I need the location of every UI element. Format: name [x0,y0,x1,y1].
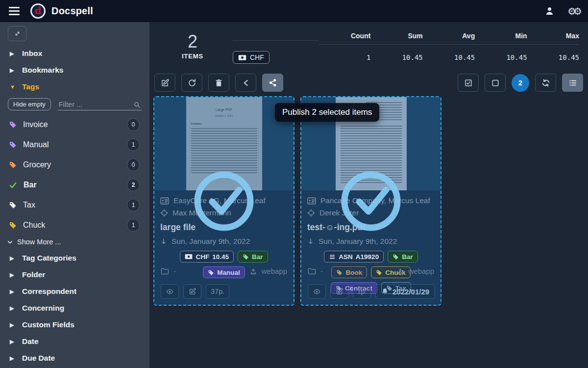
tag-icon [392,254,399,260]
list-icon [568,79,577,87]
docspell-logo: d [30,3,46,19]
amount-currency: CHF [196,253,209,261]
arrows-rotate-icon [541,79,550,87]
tag-item-invoice[interactable]: Invoice 0 [0,115,149,134]
item-card[interactable]: Large PDF October 1, 2020 Contents EasyC… [153,96,294,306]
select-all-button[interactable] [458,74,479,92]
stats-table: Count Sum Avg Min Max CHF 1 10.45 10.45 … [233,32,579,64]
sidebar-item-folder[interactable]: ▶Folder [0,266,149,283]
crosshair-icon [307,209,315,217]
user-icon[interactable] [544,6,555,16]
arrow-down-icon [160,237,167,245]
item-date: Sun, January 9th, 2022 [172,237,250,246]
sidebar-item-bookmarks[interactable]: ▶ Bookmarks [0,62,149,79]
share-button[interactable] [262,74,283,92]
eye-icon [313,288,321,295]
stat-sum: 10.45 [370,47,422,61]
source-value: webapp [261,267,287,275]
sidebar-item-label: Custom Fields [22,320,74,329]
edit-selected-button[interactable] [154,74,175,92]
due-date-badge: 2022/01/29 [375,284,435,299]
filter-placeholder: Filter ... [59,101,82,108]
money-icon [185,254,193,260]
merge-button[interactable] [235,74,256,92]
sidebar-item-date[interactable]: ▶Date [0,333,149,350]
edit-item-button[interactable] [183,284,201,299]
sidebar-item-tag-categories[interactable]: ▶Tag Categories [0,250,149,266]
edit-item-button[interactable] [330,284,348,299]
tag-item-manual[interactable]: Manual 1 [0,135,149,154]
sidebar-collapse-button[interactable] [8,26,26,41]
tag-name: Tax [23,201,35,210]
caret-right-icon: ▶ [10,67,15,74]
sidebar-item-label: Folder [22,270,45,279]
tag-item-tax[interactable]: Tax 1 [0,196,149,214]
tag-item-chuck[interactable]: Chuck 1 [0,216,149,235]
stats-col-min: Min [475,32,527,45]
tag-icon [9,161,17,169]
invert-selection-button[interactable] [535,74,556,92]
tag-count-badge: 0 [127,158,140,171]
delete-button[interactable] [208,74,229,92]
caret-right-icon: ▶ [10,339,15,345]
sidebar-item-concerning[interactable]: ▶Concerning [0,300,149,316]
tag-icon [9,141,17,149]
chevron-left-icon [242,79,250,87]
caret-right-icon: ▶ [10,51,15,57]
caret-right-icon: ▶ [10,305,15,312]
hide-empty-button[interactable]: Hide empty [8,98,51,110]
asn-label: ASN [339,253,353,261]
tag-badge-bar[interactable]: Bar [388,251,418,263]
bell-icon [381,288,389,295]
tag-count-badge: 2 [127,179,140,191]
tag-item-bar-selected[interactable]: Bar 2 [0,176,149,194]
tag-badge-bar[interactable]: Bar [238,251,268,263]
tag-count-badge: 0 [127,118,140,131]
date-line: Sun, January 9th, 2022 [307,237,435,246]
caret-right-icon: ▶ [10,289,15,295]
sidebar: ▶ Inbox ▶ Bookmarks ▼ Tags Hide empty Fi… [0,22,149,368]
tag-name: Chuck [23,221,45,230]
selected-check-icon [193,170,255,232]
tag-item-grocery[interactable]: Grocery 0 [0,156,149,174]
item-card[interactable]: Pancake Company, Marcus Leaf Derek Jeter… [300,96,441,306]
stat-avg: 10.45 [423,47,475,61]
pencil-square-icon [189,288,196,295]
tag-count-badge: 1 [127,199,140,211]
thumb-heading: Contents [191,122,257,125]
list-view-button[interactable] [562,74,583,92]
menu-icon[interactable] [9,7,20,15]
caret-right-icon: ▶ [10,272,15,278]
settings-gears-icon[interactable]: ⚙⚙ [567,5,579,17]
reprocess-button[interactable] [181,74,202,92]
asn-value: A19920 [356,253,379,261]
due-date-value: 2022/01/29 [392,288,429,296]
tag-badge-label: Bar [252,253,263,261]
upload-icon [249,267,257,275]
publish-tooltip: Publish 2 selected items [275,103,379,122]
deselect-all-button[interactable] [485,74,506,92]
sidebar-item-due-date[interactable]: ▶Due Date [0,350,149,367]
stats-col-max: Max [527,32,579,45]
tag-filter-input[interactable]: Filter ... [58,99,142,110]
folder-value: - [320,267,323,275]
id-card-icon [307,197,316,205]
sidebar-item-inbox[interactable]: ▶ Inbox [0,45,149,62]
preview-button[interactable] [161,284,179,299]
sidebar-item-custom-fields[interactable]: ▶Custom Fields [0,316,149,333]
tag-name: Manual [23,140,49,149]
top-navbar: d Docspell ⚙⚙ [0,0,588,22]
selected-check-icon [340,170,402,232]
show-more-link[interactable]: Show More ... [0,236,149,250]
check-icon [9,181,17,189]
sidebar-item-tags[interactable]: ▼ Tags [0,79,149,95]
share-nodes-icon [269,79,277,87]
stats-panel: 2 ITEMS Count Sum Avg Min Max CHF 1 10.4… [149,22,588,64]
bars-icon [329,254,336,260]
sidebar-item-correspondent[interactable]: ▶Correspondent [0,283,149,300]
items-count: 2 [163,32,222,52]
pencil-square-icon [161,79,170,87]
chevron-down-icon [7,239,13,245]
preview-button[interactable] [308,284,326,299]
show-more-label: Show More ... [17,238,61,246]
